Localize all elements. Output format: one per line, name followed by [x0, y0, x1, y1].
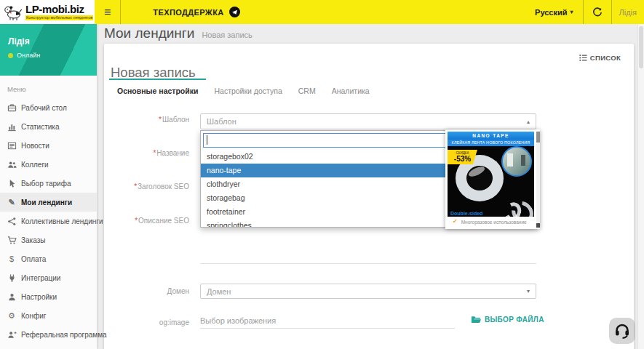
sidebar-item-label: Новости	[21, 142, 49, 150]
online-status-dot	[8, 53, 13, 58]
preview-scrollbar-thumb[interactable]	[536, 132, 540, 143]
tab-main-settings[interactable]: Основные настройки	[109, 79, 206, 100]
sidebar-item-orders[interactable]: Заказы	[0, 230, 97, 249]
briefcase-icon	[7, 103, 17, 113]
seo-title-field-label: *Заголовок SEO	[109, 182, 189, 190]
sidebar-item-referral[interactable]: Реферальная программа	[0, 325, 97, 344]
sidebar-item-integrations[interactable]: Интеграции	[0, 268, 97, 287]
sidebar-toggle-button[interactable]: ≡	[95, 0, 120, 24]
support-chat-button[interactable]	[609, 318, 635, 344]
sidebar-item-statistics[interactable]: Статистика	[0, 117, 97, 136]
user-icon	[7, 292, 17, 302]
sidebar-item-label: Настройки	[21, 293, 57, 301]
caret-down-icon: ▾	[527, 288, 530, 294]
headset-icon	[613, 322, 631, 340]
preview-scrollbar-button[interactable]	[536, 223, 540, 228]
breadcrumb-current: Новая запись	[202, 31, 252, 39]
plug-icon	[7, 273, 17, 283]
dollar-icon: $	[7, 254, 17, 263]
sidebar-item-config[interactable]: ⚙ Конфиг	[0, 306, 97, 325]
topbar: LP-mobi.biz Конструктор мобильных лендин…	[0, 0, 644, 24]
tab-access-settings[interactable]: Настройки доступа	[206, 79, 290, 100]
sidebar-user-name: Лідія	[8, 36, 97, 47]
sidebar-item-tariff[interactable]: Выбор тарифа	[0, 174, 97, 193]
sidebar-item-colleagues[interactable]: Коллеги	[0, 155, 97, 174]
dog-logo-icon	[4, 4, 23, 20]
list-button[interactable]: СПИСОК	[575, 53, 625, 63]
topbar-username[interactable]: Лідія	[612, 8, 644, 17]
choose-file-label: ВЫБОР ФАЙЛА	[485, 316, 544, 324]
template-select[interactable]: Шаблон ▴	[200, 113, 536, 129]
og-image-input[interactable]	[200, 313, 455, 329]
logo-subtitle: Конструктор мобильных лендингов	[25, 15, 93, 21]
support-link[interactable]: ТЕХПОДДЕРЖКА	[153, 7, 239, 17]
folder-icon	[471, 316, 481, 324]
support-label: ТЕХПОДДЕРЖКА	[153, 8, 223, 17]
sidebar-item-label: Реферальная программа	[21, 331, 107, 339]
tab-crm[interactable]: CRM	[290, 79, 324, 100]
topbar-divider	[120, 0, 121, 24]
preview-feature-row: ✔ Многоразовое использование	[448, 217, 538, 227]
sidebar-item-label: Мои лендинги	[21, 198, 72, 206]
sidebar-item-news[interactable]: Новости	[0, 136, 97, 155]
users-icon	[7, 160, 17, 169]
preview-image-caption: Double-sided	[450, 211, 482, 216]
logo-title: LP-mobi.biz	[25, 4, 93, 15]
chevron-down-icon: ▾	[571, 9, 573, 15]
sidebar-user-status: Онлайн	[8, 52, 97, 59]
required-marker: *	[153, 149, 156, 157]
discount-badge-value: -53%	[448, 156, 477, 163]
sidebar-item-collective-landings[interactable]: Коллективные лендинги	[0, 212, 97, 230]
share-icon	[7, 217, 17, 226]
sidebar-item-label: Статистика	[21, 123, 60, 131]
user-plus-icon	[7, 330, 17, 340]
sidebar-item-label: Оплата	[21, 255, 46, 263]
menu-section-label: Меню	[0, 76, 97, 98]
domain-select-value: Домен	[207, 287, 231, 296]
sidebar-item-dashboard[interactable]: Рабочий стол	[0, 98, 97, 117]
tab-analytics[interactable]: Аналитика	[324, 79, 378, 100]
news-icon	[7, 141, 17, 151]
sidebar-item-label: Коллеги	[21, 161, 49, 169]
pencil-icon: ✎	[7, 198, 17, 207]
preview-product-subtitle: КЛЕЙКАЯ ЛЕНТА НОВОГО ПОКОЛЕНИЯ	[448, 140, 534, 146]
cart-icon	[7, 236, 17, 245]
breadcrumb: Мои лендинги Новая запись	[104, 25, 253, 41]
sidebar-item-label: Конфиг	[21, 312, 46, 320]
page-scrollbar-thumb[interactable]	[639, 26, 643, 68]
domain-select[interactable]: Домен ▾	[200, 284, 536, 299]
hand-pointer-icon	[7, 179, 17, 188]
check-icon: ✔	[453, 219, 458, 225]
sidebar-item-payment[interactable]: $ Оплата	[0, 249, 97, 268]
refresh-button[interactable]	[584, 0, 611, 24]
page-scrollbar[interactable]	[637, 24, 644, 349]
list-button-label: СПИСОК	[590, 54, 621, 62]
sidebar-item-my-landings[interactable]: ✎ Мои лендинги	[0, 193, 97, 212]
sidebar-item-label: Рабочий стол	[21, 104, 67, 112]
sidebar-item-label: Интеграции	[21, 274, 60, 282]
required-marker: *	[134, 182, 137, 190]
list-icon	[579, 54, 587, 62]
telegram-icon	[229, 7, 240, 17]
template-preview-popover: NANO TAPE КЛЕЙКАЯ ЛЕНТА НОВОГО ПОКОЛЕНИЯ…	[445, 129, 540, 229]
refresh-icon	[592, 7, 603, 17]
topbar-main: ≡ ТЕХПОДДЕРЖКА Русский ▾	[95, 0, 644, 24]
language-selector[interactable]: Русский ▾	[525, 8, 582, 17]
sidebar: Лідія Онлайн Меню Рабочий стол Статистик…	[0, 24, 97, 349]
sidebar-item-settings[interactable]: Настройки	[0, 287, 97, 306]
discount-badge: СКИДКА -53%	[448, 150, 477, 164]
sidebar-item-label: Коллективные лендинги	[21, 217, 103, 225]
sidebar-item-faq[interactable]: ? FAQ	[0, 344, 97, 349]
bar-chart-icon	[7, 122, 17, 132]
required-marker: *	[135, 217, 138, 225]
gears-icon: ⚙	[7, 311, 17, 321]
topbar-right: Русский ▾ Лідія	[525, 0, 644, 24]
preview-feature-text: Многоразовое использование	[461, 220, 527, 225]
page-title: Мои лендинги	[104, 25, 194, 41]
choose-file-button[interactable]: ВЫБОР ФАЙЛА	[471, 316, 544, 324]
sidebar-item-label: Выбор тарифа	[21, 180, 71, 188]
app-logo[interactable]: LP-mobi.biz Конструктор мобильных лендин…	[0, 0, 95, 24]
preview-product-title: NANO TAPE	[448, 132, 534, 140]
status-label: Онлайн	[17, 52, 40, 59]
preview-scrollbar[interactable]	[536, 131, 540, 228]
